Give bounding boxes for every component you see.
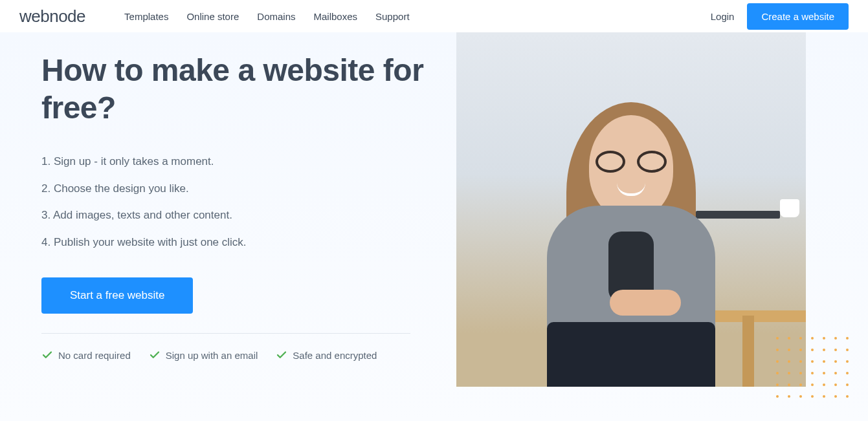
feature-label: Safe and encrypted [293,350,377,361]
hero-content: How to make a website for free? Sign up … [0,32,451,421]
person-illustration [528,115,735,387]
header-actions: Login Create a website [711,3,849,30]
steps-list: Sign up - it only takes a moment. Choose… [41,153,425,250]
divider [41,333,410,334]
hero-section: How to make a website for free? Sign up … [0,32,868,421]
main-nav: Templates Online store Domains Mailboxes… [124,11,711,22]
login-link[interactable]: Login [711,11,735,22]
step-3: Add images, texts and other content. [41,207,425,224]
nav-support[interactable]: Support [375,11,410,22]
features-list: No card required Sign up with an email S… [41,349,425,361]
step-2: Choose the design you like. [41,180,425,197]
check-icon [276,349,287,361]
create-website-button[interactable]: Create a website [747,3,849,30]
check-icon [149,349,161,361]
check-icon [41,349,53,361]
start-free-website-button[interactable]: Start a free website [41,277,193,314]
feature-signup-email: Sign up with an email [149,349,258,361]
hero-image [456,32,806,387]
step-4: Publish your website with just one click… [41,234,425,251]
feature-safe-encrypted: Safe and encrypted [276,349,377,361]
hero-title: How to make a website for free? [41,52,425,126]
hero-media [451,32,868,421]
feature-label: Sign up with an email [166,350,258,361]
step-1: Sign up - it only takes a moment. [41,153,425,170]
feature-label: No card required [58,350,131,361]
nav-mailboxes[interactable]: Mailboxes [313,11,357,22]
nav-templates[interactable]: Templates [124,11,168,22]
nav-domains[interactable]: Domains [257,11,295,22]
site-header: webnode Templates Online store Domains M… [0,0,868,32]
brand-logo[interactable]: webnode [19,6,85,27]
nav-online-store[interactable]: Online store [186,11,239,22]
feature-no-card: No card required [41,349,131,361]
